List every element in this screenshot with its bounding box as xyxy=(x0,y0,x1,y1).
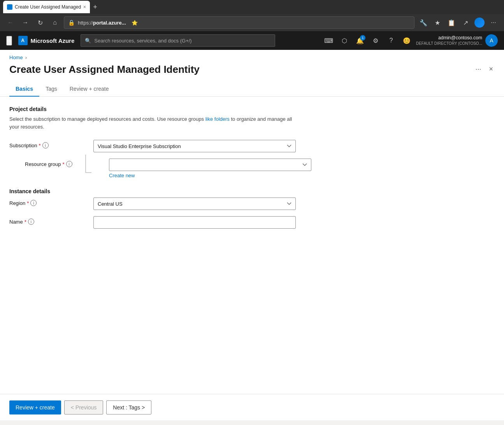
browser-more-button[interactable]: ··· xyxy=(488,17,499,28)
url-display: https://portal.azure... xyxy=(78,20,126,26)
main-content: Home › Create User Assigned Managed Iden… xyxy=(0,50,504,420)
share-button[interactable]: ↗ xyxy=(460,17,471,28)
name-row: Name * i xyxy=(9,216,495,229)
tab-review-create[interactable]: Review + create xyxy=(63,82,115,97)
name-required: * xyxy=(25,219,26,225)
azure-search-bar[interactable]: 🔍 Search resources, services, and docs (… xyxy=(81,34,275,47)
active-tab[interactable]: Create User Assigned Managed × xyxy=(3,1,90,13)
subscription-label: Subscription * i xyxy=(9,142,87,148)
user-text: admin@contoso.com DEFAULT DIRECTORY (CON… xyxy=(416,35,482,46)
search-icon: 🔍 xyxy=(85,38,91,44)
resource-group-required: * xyxy=(63,161,65,167)
user-info[interactable]: admin@contoso.com DEFAULT DIRECTORY (CON… xyxy=(416,34,498,47)
breadcrumb-separator: › xyxy=(25,55,27,60)
refresh-button[interactable]: ↻ xyxy=(34,17,46,28)
collections-button[interactable]: 📋 xyxy=(446,17,457,28)
subscription-select[interactable]: Visual Studio Enterprise Subscription xyxy=(93,140,296,152)
tab-basics[interactable]: Basics xyxy=(9,82,39,97)
resource-group-select[interactable] xyxy=(109,159,311,171)
extensions-button[interactable]: 🔧 xyxy=(418,17,429,28)
tab-favicon xyxy=(7,4,12,10)
region-control: Central US xyxy=(93,198,296,210)
name-info-icon[interactable]: i xyxy=(28,219,34,225)
address-bar[interactable]: 🔒 https://portal.azure... ⭐ xyxy=(64,16,414,29)
region-info-icon[interactable]: i xyxy=(30,200,37,206)
hamburger-menu[interactable]: ≡ xyxy=(6,36,12,46)
name-control xyxy=(93,216,296,229)
home-button[interactable]: ⌂ xyxy=(49,17,61,28)
back-button[interactable]: ← xyxy=(5,17,16,28)
resource-group-control: Create new xyxy=(109,159,311,179)
resource-group-label-group: Resource group * i xyxy=(25,159,103,167)
region-required: * xyxy=(27,200,29,206)
name-input[interactable] xyxy=(93,216,296,229)
page-footer: Review + create < Previous Next : Tags > xyxy=(0,394,504,420)
feedback-button[interactable]: 😊 xyxy=(400,34,413,47)
subscription-control: Visual Studio Enterprise Subscription xyxy=(93,140,296,152)
like-folders-link[interactable]: like folders xyxy=(205,116,230,122)
next-tags-button[interactable]: Next : Tags > xyxy=(106,400,151,414)
browser-right-icons: 🔧 ★ 📋 ↗ ··· xyxy=(418,17,499,28)
help-button[interactable]: ? xyxy=(385,34,397,47)
breadcrumb: Home › xyxy=(0,50,504,60)
azure-logo-text: Microsoft Azure xyxy=(31,37,75,44)
page-close-button[interactable]: × xyxy=(487,63,495,75)
browser-tab-bar: Create User Assigned Managed × + xyxy=(0,0,504,14)
subscription-label-group: Subscription * i xyxy=(9,140,87,148)
portal-menu-button[interactable]: ⬡ xyxy=(338,34,351,47)
instance-section-title: Instance details xyxy=(9,188,495,194)
user-avatar[interactable]: A xyxy=(485,34,498,47)
subscription-row: Subscription * i Visual Studio Enterpris… xyxy=(9,140,495,152)
previous-button[interactable]: < Previous xyxy=(64,400,104,414)
connector-horiz xyxy=(85,172,91,173)
azure-logo-icon: A xyxy=(18,36,28,45)
user-tenant: DEFAULT DIRECTORY (CONTOSO... xyxy=(416,41,482,46)
connector-line xyxy=(85,155,86,173)
azure-topbar: ≡ A Microsoft Azure 🔍 Search resources, … xyxy=(0,31,504,50)
tab-close-icon[interactable]: × xyxy=(83,4,86,10)
name-label: Name * i xyxy=(9,219,87,225)
region-select[interactable]: Central US xyxy=(93,198,296,210)
notifications-button[interactable]: 🔔 1 xyxy=(354,34,366,47)
notification-badge: 1 xyxy=(360,35,365,41)
subscription-required: * xyxy=(39,143,41,148)
region-row: Region * i Central US xyxy=(9,198,495,210)
project-section-title: Project details xyxy=(9,106,495,112)
favorites-button[interactable]: ★ xyxy=(432,17,443,28)
project-section-desc: Select the subscription to manage deploy… xyxy=(9,115,301,130)
tab-tags[interactable]: Tags xyxy=(39,82,63,97)
browser-nav: ← → ↻ ⌂ 🔒 https://portal.azure... ⭐ 🔧 ★ … xyxy=(0,14,504,31)
resource-group-row: Resource group * i Create new xyxy=(25,159,495,179)
search-placeholder: Search resources, services, and docs (G+… xyxy=(94,38,191,44)
tabs: Basics Tags Review + create xyxy=(0,82,504,97)
subscription-info-icon[interactable]: i xyxy=(42,142,49,148)
region-label: Region * i xyxy=(9,200,87,206)
tab-title: Create User Assigned Managed xyxy=(15,4,81,10)
profile-button[interactable] xyxy=(474,17,485,28)
name-label-group: Name * i xyxy=(9,216,87,225)
user-email: admin@contoso.com xyxy=(416,35,482,41)
new-tab-button[interactable]: + xyxy=(91,2,99,13)
settings-button[interactable]: ⚙ xyxy=(369,34,382,47)
topbar-right: ⌨ ⬡ 🔔 1 ⚙ ? 😊 admin@contoso.com DEFAULT … xyxy=(323,34,498,47)
page-title: Create User Assigned Managed Identity xyxy=(9,63,469,76)
review-create-button[interactable]: Review + create xyxy=(9,400,61,414)
forward-button[interactable]: → xyxy=(19,17,31,28)
create-new-link[interactable]: Create new xyxy=(109,173,135,178)
page-header: Create User Assigned Managed Identity ··… xyxy=(0,60,504,82)
region-label-group: Region * i xyxy=(9,198,87,206)
breadcrumb-home-link[interactable]: Home xyxy=(9,55,23,60)
azure-logo: A Microsoft Azure xyxy=(18,36,75,45)
project-fields: Subscription * i Visual Studio Enterpris… xyxy=(9,140,495,179)
cloud-shell-button[interactable]: ⌨ xyxy=(323,34,335,47)
form-body: Project details Select the subscription … xyxy=(0,97,504,394)
resource-group-label: Resource group * i xyxy=(25,161,103,167)
page-more-button[interactable]: ··· xyxy=(474,63,483,75)
resource-group-info-icon[interactable]: i xyxy=(66,161,72,167)
